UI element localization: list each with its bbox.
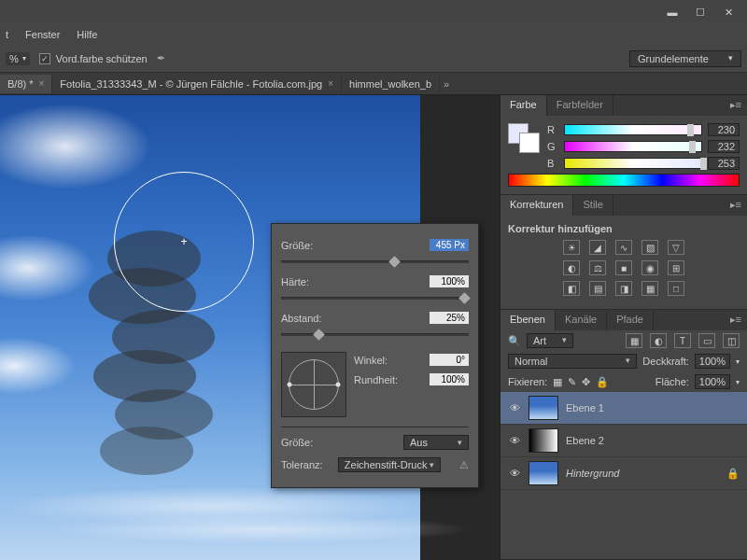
visibility-icon[interactable]: 👁 <box>508 402 521 413</box>
filter-smart-icon[interactable]: ◫ <box>723 333 740 348</box>
close-button[interactable]: ✕ <box>715 4 741 21</box>
color-panel: Farbe Farbfelder ▸≡ R230 G232 B253 <box>500 95 747 195</box>
hardness-value[interactable]: 100% <box>430 275 469 287</box>
photo-filter-icon[interactable]: ◉ <box>641 260 658 275</box>
layer-thumbnail[interactable] <box>529 461 558 485</box>
flow-percent[interactable]: % ▾ <box>6 52 30 65</box>
filter-type-icon[interactable]: T <box>674 333 691 348</box>
r-slider[interactable] <box>564 124 702 135</box>
lock-transparency-icon[interactable]: ▦ <box>553 376 562 388</box>
hardness-slider[interactable] <box>281 291 469 304</box>
gradient-map-icon[interactable]: ▦ <box>641 281 658 296</box>
angle-label: Winkel: <box>354 355 388 366</box>
spacing-slider[interactable] <box>281 328 469 341</box>
exposure-icon[interactable]: ▨ <box>641 240 658 255</box>
options-bar: % ▾ ✓ Vord.farbe schützen ✒ Grundelement… <box>0 45 747 73</box>
spacing-label: Abstand: <box>281 313 321 324</box>
layer-thumbnail[interactable] <box>529 428 558 453</box>
hue-icon[interactable]: ◐ <box>563 260 580 275</box>
lock-label: Fixieren: <box>508 376 547 387</box>
g-slider[interactable] <box>564 141 702 152</box>
lock-all-icon[interactable]: 🔒 <box>596 376 609 388</box>
panel-menu-icon[interactable]: ▸≡ <box>725 310 747 330</box>
tab-pfade[interactable]: Pfade <box>607 310 654 330</box>
layers-panel: Ebenen Kanäle Pfade ▸≡ 🔍 Art ▦◐T▭◫ Norma… <box>500 310 747 560</box>
spectrum-picker[interactable] <box>508 174 740 187</box>
balance-icon[interactable]: ⚖ <box>589 260 606 275</box>
layer-list: 👁Ebene 1👁Ebene 2👁Hintergrund🔒 <box>500 392 747 490</box>
b-value[interactable]: 253 <box>708 157 740 170</box>
close-icon[interactable]: × <box>328 78 333 89</box>
angle-control[interactable] <box>281 352 346 417</box>
layer-row[interactable]: 👁Ebene 1 <box>500 392 747 425</box>
selective-color-icon[interactable]: □ <box>668 281 684 296</box>
doc-tab[interactable]: Fotolia_31333343_M - © Jürgen Fälchle - … <box>52 75 342 93</box>
layer-name[interactable]: Hintergrund <box>566 468 619 479</box>
doc-tab[interactable]: himmel_wolken_b <box>342 75 440 93</box>
lock-pixels-icon[interactable]: ✎ <box>568 376 576 388</box>
size-value[interactable]: 455 Px <box>430 239 469 251</box>
filter-adjust-icon[interactable]: ◐ <box>650 333 667 348</box>
posterize-icon[interactable]: ▤ <box>589 281 606 296</box>
size-dynamics-select[interactable]: Aus <box>403 435 469 450</box>
panel-menu-icon[interactable]: ▸≡ <box>725 95 747 116</box>
brightness-icon[interactable]: ☀ <box>563 240 580 255</box>
fill-label: Fläche: <box>655 376 689 387</box>
canvas[interactable]: Größe:455 Px Härte:100% Abstand:25% Wink… <box>0 95 500 560</box>
menu-item-fenster[interactable]: Fenster <box>25 29 60 40</box>
tab-stile[interactable]: Stile <box>573 195 613 216</box>
layer-name[interactable]: Ebene 1 <box>566 402 604 413</box>
close-icon[interactable]: × <box>39 78 45 89</box>
color-swatches[interactable] <box>508 123 540 153</box>
layer-thumbnail[interactable] <box>529 396 558 420</box>
tab-overflow-icon[interactable]: » <box>444 78 449 90</box>
size-label: Größe: <box>281 240 313 251</box>
tablet-pressure-icon[interactable]: ✒ <box>157 52 165 64</box>
doc-tab-active[interactable]: B/8) *× <box>0 75 52 93</box>
opacity-value[interactable]: 100% <box>695 354 730 369</box>
invert-icon[interactable]: ◧ <box>563 281 580 296</box>
minimize-button[interactable]: ▬ <box>659 4 685 21</box>
visibility-icon[interactable]: 👁 <box>508 468 521 479</box>
roundness-value[interactable]: 100% <box>430 373 469 385</box>
blend-mode-select[interactable]: Normal <box>508 354 637 369</box>
menu-item-hilfe[interactable]: Hilfe <box>77 29 97 40</box>
tolerance-select[interactable]: Zeichenstift-Druck <box>338 457 441 472</box>
lock-position-icon[interactable]: ✥ <box>582 376 590 388</box>
roundness-label: Rundheit: <box>354 374 398 385</box>
angle-value[interactable]: 0° <box>430 354 469 366</box>
vibrance-icon[interactable]: ▽ <box>668 240 684 255</box>
maximize-button[interactable]: ☐ <box>687 4 713 21</box>
adjustments-panel: Korrekturen Stile ▸≡ Korrektur hinzufüge… <box>500 195 747 310</box>
panel-menu-icon[interactable]: ▸≡ <box>725 195 747 216</box>
tab-korrekturen[interactable]: Korrekturen <box>500 195 573 216</box>
b-slider[interactable] <box>564 158 702 169</box>
visibility-icon[interactable]: 👁 <box>508 435 521 446</box>
size-dynamics-label: Größe: <box>281 437 313 448</box>
tab-farbfelder[interactable]: Farbfelder <box>547 95 613 116</box>
r-value[interactable]: 230 <box>708 123 740 136</box>
filter-shape-icon[interactable]: ▭ <box>698 333 715 348</box>
adjustments-title: Korrektur hinzufügen <box>508 223 740 234</box>
size-slider[interactable] <box>281 255 469 268</box>
layer-filter-select[interactable]: Art <box>527 333 573 348</box>
tab-ebenen[interactable]: Ebenen <box>500 310 556 330</box>
workspace-selector[interactable]: Grundelemente <box>629 50 741 67</box>
levels-icon[interactable]: ◢ <box>589 240 606 255</box>
filter-pixel-icon[interactable]: ▦ <box>626 333 642 348</box>
tab-farbe[interactable]: Farbe <box>500 95 547 116</box>
menu-item[interactable]: t <box>6 29 8 40</box>
tab-kanaele[interactable]: Kanäle <box>556 310 607 330</box>
curves-icon[interactable]: ∿ <box>615 240 632 255</box>
lock-icon: 🔒 <box>726 468 740 480</box>
fill-value[interactable]: 100% <box>695 374 730 389</box>
channel-mixer-icon[interactable]: ⊞ <box>668 260 684 275</box>
layer-row[interactable]: 👁Ebene 2 <box>500 425 747 457</box>
layer-row[interactable]: 👁Hintergrund🔒 <box>500 457 747 490</box>
threshold-icon[interactable]: ◨ <box>615 281 632 296</box>
spacing-value[interactable]: 25% <box>430 312 469 324</box>
protect-foreground-checkbox[interactable]: ✓ Vord.farbe schützen <box>39 53 148 64</box>
bw-icon[interactable]: ■ <box>615 260 632 275</box>
g-value[interactable]: 232 <box>708 140 740 153</box>
layer-name[interactable]: Ebene 2 <box>566 435 604 446</box>
